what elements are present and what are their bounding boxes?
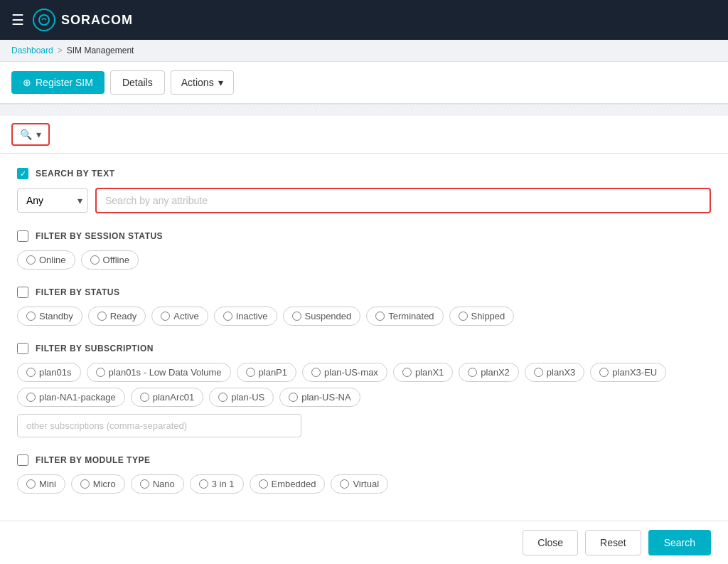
header: ☰ SORACOM [0,0,728,40]
sub-planX3-option[interactable]: planX3 [525,363,584,382]
session-online-radio[interactable] [26,255,36,265]
sub-planX1-option[interactable]: planX1 [393,363,453,382]
sub-plan01s-ldv-radio[interactable] [96,368,105,377]
search-trigger-chevron: ▾ [36,129,41,140]
status-terminated-radio[interactable] [375,312,385,321]
status-shipped-radio[interactable] [459,312,468,321]
status-suspended-option[interactable]: Suspended [283,307,361,326]
module-nano-option[interactable]: Nano [131,474,184,494]
search-bar: 🔍 ▾ [0,116,728,154]
status-terminated-option[interactable]: Terminated [366,307,443,326]
module-embedded-option[interactable]: Embedded [250,474,326,494]
module-embedded-radio[interactable] [259,479,268,489]
svg-point-0 [39,15,49,25]
module-virtual-option[interactable]: Virtual [331,474,388,494]
register-sim-label: Register SIM [36,77,93,88]
session-status-checkbox[interactable] [17,230,28,242]
status-inactive-radio[interactable] [223,312,232,321]
details-button[interactable]: Details [110,70,165,95]
hamburger-icon[interactable]: ☰ [11,11,24,28]
other-subscriptions-input[interactable] [17,414,301,437]
actions-label: Actions [181,77,214,88]
sub-plan-us-radio[interactable] [218,393,228,402]
sub-planP1-option[interactable]: planP1 [237,363,296,382]
status-ready-radio[interactable] [97,312,107,321]
filter-header-search-text: SEARCH BY TEXT [17,168,711,179]
module-type-options: Mini Micro Nano 3 in 1 Embedded Virtual [17,474,711,494]
module-mini-radio[interactable] [26,479,36,489]
module-3in1-option[interactable]: 3 in 1 [190,474,244,494]
sub-plan01s-option[interactable]: plan01s [17,363,81,382]
filter-section-status: FILTER BY STATUS Standby Ready Active In… [17,287,711,326]
status-active-radio[interactable] [161,312,170,321]
search-trigger[interactable]: 🔍 ▾ [11,123,50,146]
module-3in1-radio[interactable] [199,479,208,489]
attribute-select-wrapper: Any ICCID IMSI Name Group Tag [17,188,88,213]
filter-header-status: FILTER BY STATUS [17,287,711,298]
sub-planX2-radio[interactable] [468,368,477,377]
attribute-select[interactable]: Any ICCID IMSI Name Group Tag [17,188,88,213]
module-micro-radio[interactable] [80,479,90,489]
module-type-title: FILTER BY MODULE TYPE [36,455,150,465]
register-sim-button[interactable]: ⊕ Register SIM [11,71,105,94]
chevron-down-icon: ▾ [218,77,223,88]
sub-planP1-radio[interactable] [246,368,255,377]
actions-button[interactable]: Actions ▾ [171,70,234,95]
status-options: Standby Ready Active Inactive Suspended … [17,307,711,326]
subscription-options: plan01s plan01s - Low Data Volume planP1… [17,363,711,407]
subscription-title: FILTER BY SUBSCRIPTION [36,344,154,353]
reset-button[interactable]: Reset [585,530,641,555]
sub-plan01s-ldv-option[interactable]: plan01s - Low Data Volume [87,363,231,382]
session-offline-radio[interactable] [90,255,100,265]
close-button[interactable]: Close [523,530,578,555]
filter-section-session-status: FILTER BY SESSION STATUS Online Offline [17,230,711,270]
sub-plan-us-max-option[interactable]: plan-US-max [302,363,387,382]
sub-plan-na1-radio[interactable] [26,393,36,402]
sub-plan-us-option[interactable]: plan-US [209,388,274,407]
filter-section-search-text: SEARCH BY TEXT Any ICCID IMSI Name Group… [17,168,711,213]
module-micro-option[interactable]: Micro [71,474,125,494]
filter-footer: Close Reset Search [0,521,728,564]
toolbar: ⊕ Register SIM Details Actions ▾ [0,62,728,104]
filter-section-subscription: FILTER BY SUBSCRIPTION plan01s plan01s -… [17,343,711,437]
search-button[interactable]: Search [648,530,711,555]
status-title: FILTER BY STATUS [36,287,119,297]
sub-plan-us-na-radio[interactable] [289,393,298,402]
status-standby-option[interactable]: Standby [17,307,82,326]
sub-planX3-radio[interactable] [534,368,543,377]
sub-planX3-eu-radio[interactable] [599,368,609,377]
session-online-option[interactable]: Online [17,250,75,270]
logo-area: SORACOM [33,9,133,31]
status-active-option[interactable]: Active [151,307,208,326]
sub-planarc01-option[interactable]: planArc01 [131,388,204,407]
session-offline-option[interactable]: Offline [81,250,139,270]
status-checkbox[interactable] [17,287,28,298]
sub-planX1-radio[interactable] [402,368,412,377]
search-by-text-checkbox[interactable] [17,168,28,179]
sub-plan01s-radio[interactable] [26,368,36,377]
breadcrumb: Dashboard > SIM Management [0,40,728,62]
sub-plan-us-max-radio[interactable] [311,368,321,377]
brand-name: SORACOM [61,13,133,28]
search-text-input[interactable] [95,188,711,213]
sub-plan-us-na-option[interactable]: plan-US-NA [279,388,360,407]
status-suspended-radio[interactable] [292,312,301,321]
status-shipped-option[interactable]: Shipped [449,307,515,326]
module-nano-radio[interactable] [140,479,149,489]
status-ready-option[interactable]: Ready [88,307,146,326]
module-virtual-radio[interactable] [340,479,349,489]
sub-planarc01-radio[interactable] [140,393,149,402]
sub-plan-na1-option[interactable]: plan-NA1-package [17,388,125,407]
status-inactive-option[interactable]: Inactive [214,307,277,326]
sub-planX2-option[interactable]: planX2 [459,363,518,382]
filter-section-module-type: FILTER BY MODULE TYPE Mini Micro Nano 3 … [17,454,711,494]
status-standby-radio[interactable] [26,312,36,321]
module-mini-option[interactable]: Mini [17,474,65,494]
session-status-options: Online Offline [17,250,711,270]
breadcrumb-home[interactable]: Dashboard [11,46,53,55]
filter-header-module-type: FILTER BY MODULE TYPE [17,454,711,466]
sub-planX3-eu-option[interactable]: planX3-EU [590,363,666,382]
subscription-checkbox[interactable] [17,343,28,354]
plus-circle-icon: ⊕ [23,77,31,88]
module-type-checkbox[interactable] [17,454,28,466]
